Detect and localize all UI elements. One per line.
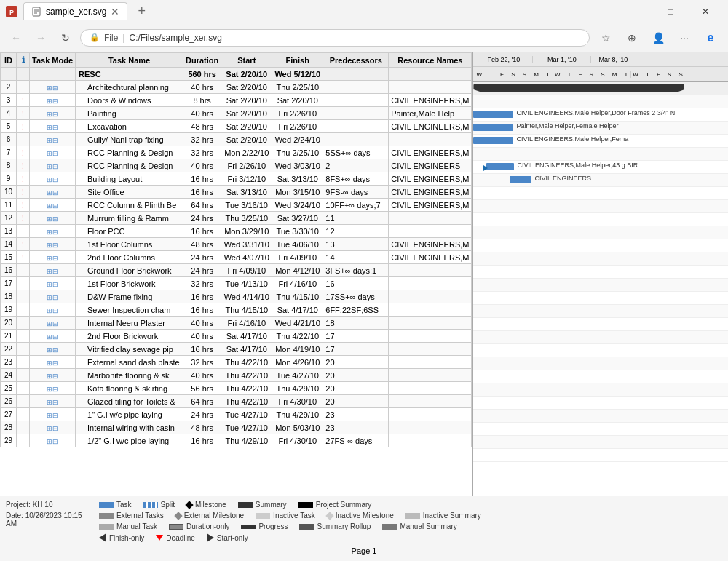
cell-start: Fri 2/26/10	[221, 159, 272, 172]
minimize-button[interactable]: ─	[619, 0, 652, 23]
gantt-row	[473, 449, 728, 462]
table-row: 11!⊞⊟RCC Column & Plinth Be64 hrsTue 3/1…	[1, 199, 472, 212]
gantt-row	[473, 252, 728, 266]
refresh-button[interactable]: ↻	[55, 28, 76, 48]
cell-pred: 17SS+∞ days	[323, 290, 389, 303]
table-row: 2⊞⊟Architechtural planning40 hrsSat 2/20…	[1, 81, 472, 94]
cell-mode: ⊞⊟	[30, 81, 76, 94]
cell-id: 25	[1, 382, 17, 395]
legend-duration-bar	[169, 524, 183, 530]
gantt-row	[473, 397, 728, 410]
collections-button[interactable]: ⊕	[620, 26, 644, 49]
active-tab[interactable]: sample_xer.svg ✕	[23, 2, 127, 20]
address-bar-actions: ☆ ⊕ 👤 ··· e	[594, 26, 722, 49]
legend-row-2: External Tasks External Milestone Inacti…	[99, 510, 722, 521]
cell-duration: 16 hrs	[183, 290, 221, 303]
cell-info	[17, 290, 30, 303]
cell-finish: Mon 5/03/10	[272, 421, 323, 434]
cell-id: 5	[1, 120, 17, 133]
edge-icon: e	[699, 26, 722, 49]
cell-duration: 40 hrs	[183, 369, 221, 382]
cell-id: 15	[1, 251, 17, 264]
cell-finish: Fri 4/16/10	[272, 277, 323, 290]
cell-finish: Thu 4/22/10	[272, 330, 323, 343]
cell-info: !	[17, 186, 30, 199]
cell-finish: Sat 4/17/10	[272, 303, 323, 317]
cell-info	[17, 264, 30, 277]
cell-taskname: Sewer Inspection cham	[76, 303, 183, 317]
cell-info: !	[17, 251, 30, 264]
gantt-row	[473, 95, 728, 108]
legend-summary: Summary	[238, 501, 287, 509]
url-bar[interactable]: 🔒 File | C:/Files/sample_xer.svg	[80, 29, 590, 47]
cell-resource	[389, 264, 472, 277]
file-label: File	[104, 33, 118, 43]
cell-id: 4	[1, 107, 17, 120]
more-button[interactable]: ···	[673, 26, 696, 49]
gantt-bars-area: CIVIL ENGINEERS,Male Helper,Door Frames …	[473, 82, 728, 462]
new-tab-button[interactable]: +	[133, 4, 150, 19]
cell-finish: Mon 4/12/10	[272, 264, 323, 277]
gantt-bar: Painter,Male Helper,Female Helper	[473, 124, 513, 131]
cell-mode: ⊞⊟	[30, 199, 76, 212]
table-row: 12!⊞⊟Murrum filling & Ramm24 hrsThu 3/25…	[1, 212, 472, 225]
cell-taskname: Floor PCC	[76, 225, 183, 238]
close-button[interactable]: ✕	[689, 0, 722, 23]
gantt-day-row: W T F S S M T W T F S S M T W T F S S	[473, 67, 728, 81]
cell-id: 22	[1, 343, 17, 356]
cell-info	[17, 395, 30, 408]
cell-start: Tue 4/27/10	[221, 408, 272, 421]
cell-finish: Mon 3/15/10	[272, 186, 323, 199]
cell-info	[17, 343, 30, 356]
cell-taskname: 2nd Floor Brickwork	[76, 330, 183, 343]
gantt-row	[473, 370, 728, 383]
cell-resource: CIVIL ENGINEERS,M	[389, 172, 472, 186]
forward-button[interactable]: →	[31, 28, 51, 48]
cell-taskname: Painting	[76, 107, 183, 120]
legend-inactive-milestone: Inactive Milestone	[327, 512, 394, 520]
cell-pred: 11	[323, 212, 389, 225]
cell-resource	[389, 330, 472, 343]
cell-finish: Wed 5/12/10	[272, 68, 323, 81]
cell-id: 10	[1, 186, 17, 199]
cell-duration: 40 hrs	[183, 317, 221, 330]
cell-info	[17, 356, 30, 369]
cell-duration: 48 hrs	[183, 120, 221, 133]
cell-id: 18	[1, 290, 17, 303]
table-row: 28⊞⊟Internal wiring with casin48 hrsTue …	[1, 421, 472, 434]
table-row: 25⊞⊟Kota flooring & skirting56 hrsThu 4/…	[1, 382, 472, 395]
favorites-button[interactable]: ☆	[594, 26, 617, 49]
cell-pred: 18	[323, 317, 389, 330]
legend-area: Task Split Milestone Summary	[99, 499, 722, 544]
window-controls: ─ □ ✕	[619, 0, 722, 23]
legend-row-3: Manual Task Duration-only Progress	[99, 521, 722, 532]
address-bar: ← → ↻ 🔒 File | C:/Files/sample_xer.svg ☆…	[0, 23, 728, 52]
legend-manual-task-label: Manual Task	[116, 522, 157, 530]
table-row: 27⊞⊟1" G.I w/c pipe laying24 hrsTue 4/27…	[1, 408, 472, 421]
cell-start: Sat 3/13/10	[221, 186, 272, 199]
cell-duration: 40 hrs	[183, 107, 221, 120]
cell-duration: 560 hrs	[183, 68, 221, 81]
cell-mode: ⊞⊟	[30, 212, 76, 225]
cell-resource	[389, 369, 472, 382]
project-info: Project: KH 10 Date: 10/26/2023 10:15 AM	[6, 499, 93, 544]
cell-mode: ⊞⊟	[30, 408, 76, 421]
cell-taskname: 1/2" G.I w/c pipe laying	[76, 434, 183, 447]
legend-progress: Progress	[241, 522, 288, 530]
back-button[interactable]: ←	[6, 28, 26, 48]
gantt-row	[473, 239, 728, 252]
cell-taskname: Building Layout	[76, 172, 183, 186]
cell-resource	[389, 434, 472, 447]
cell-pred	[323, 107, 389, 120]
cell-start: Thu 4/22/10	[221, 395, 272, 408]
cell-mode: ⊞⊟	[30, 264, 76, 277]
tab-close-button[interactable]: ✕	[111, 6, 119, 17]
profile-button[interactable]: 👤	[646, 26, 670, 49]
cell-resource: CIVIL ENGINEERS,M	[389, 120, 472, 133]
cell-resource	[389, 225, 472, 238]
maximize-button[interactable]: □	[654, 0, 687, 23]
cell-start: Sat 2/20/10	[221, 81, 272, 94]
cell-resource	[389, 382, 472, 395]
gantt-row: CIVIL ENGINEERS	[473, 174, 728, 187]
cell-start: Sat 4/17/10	[221, 330, 272, 343]
